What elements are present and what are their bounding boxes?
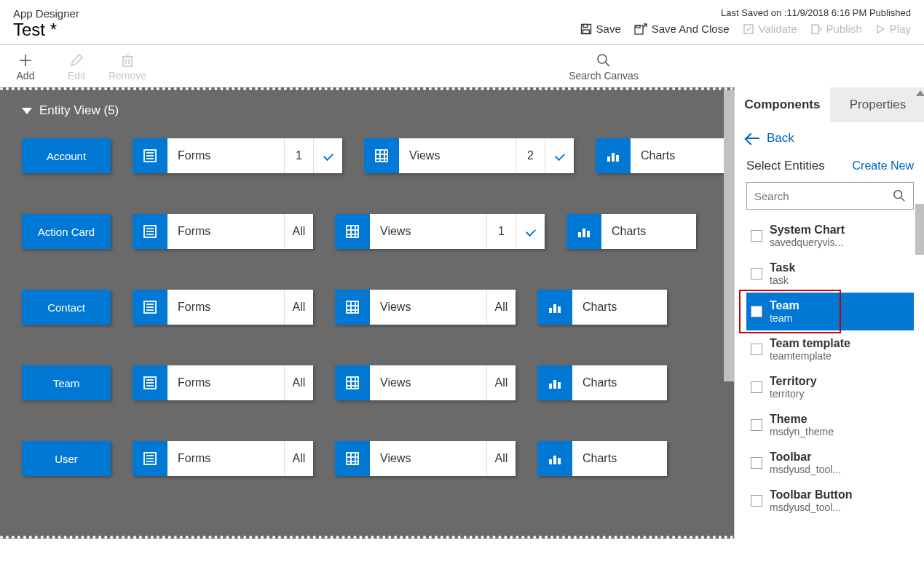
card-label: Views bbox=[370, 441, 486, 476]
card-count: All bbox=[486, 441, 516, 476]
entity-list-item[interactable]: Team template teamtemplate bbox=[746, 330, 914, 368]
checkbox[interactable] bbox=[751, 457, 762, 469]
entity-list-item[interactable]: Task task bbox=[746, 255, 914, 293]
entity-search-input[interactable] bbox=[754, 190, 893, 202]
entity-row: Team Forms All Views All Charts bbox=[22, 365, 725, 400]
save-and-close-button[interactable]: Save And Close bbox=[634, 23, 730, 35]
charts-icon bbox=[537, 290, 572, 325]
card-dropdown[interactable] bbox=[545, 138, 574, 173]
entity-subname: task bbox=[770, 274, 795, 287]
card-dropdown[interactable] bbox=[516, 214, 545, 249]
charts-icon bbox=[537, 441, 572, 476]
entity-subname: msdyusd_tool... bbox=[770, 501, 852, 514]
entity-subname: msdyusd_tool... bbox=[770, 464, 841, 476]
entity-list-item[interactable]: Territory territory bbox=[746, 368, 914, 406]
svg-rect-39 bbox=[587, 231, 590, 237]
entity-tile[interactable]: Action Card bbox=[22, 214, 111, 249]
entity-tile[interactable]: Contact bbox=[22, 290, 111, 325]
card-forms[interactable]: Forms All bbox=[133, 365, 313, 400]
entity-search-box[interactable] bbox=[746, 182, 914, 210]
publish-button[interactable]: Publish bbox=[810, 23, 862, 35]
toolbar: Add Edit Remove Search Canvas bbox=[0, 45, 924, 87]
entity-name: Territory bbox=[770, 374, 817, 388]
card-label: Views bbox=[370, 365, 486, 400]
checkbox[interactable] bbox=[751, 268, 762, 279]
entity-tile[interactable]: Team bbox=[22, 365, 111, 400]
card-charts[interactable]: Charts bbox=[537, 365, 667, 400]
forms-icon bbox=[133, 138, 167, 173]
edit-button[interactable]: Edit bbox=[51, 51, 102, 82]
card-charts[interactable]: Charts bbox=[537, 290, 667, 325]
play-button[interactable]: Play bbox=[875, 23, 911, 35]
validate-button[interactable]: Validate bbox=[743, 23, 797, 35]
canvas-area: Entity View (5) Account Forms 1 Views 2 … bbox=[0, 87, 734, 539]
card-label: Charts bbox=[572, 365, 667, 400]
add-button[interactable]: Add bbox=[0, 51, 51, 82]
card-charts[interactable]: Charts bbox=[566, 214, 696, 249]
publish-label: Publish bbox=[826, 23, 862, 35]
svg-rect-2 bbox=[583, 30, 589, 33]
card-views[interactable]: Views All bbox=[335, 441, 516, 476]
views-icon bbox=[335, 214, 370, 249]
entity-list-item[interactable]: ✔ Team team bbox=[746, 293, 914, 330]
card-dropdown[interactable] bbox=[313, 138, 342, 173]
svg-rect-56 bbox=[347, 377, 358, 389]
entity-list-item[interactable]: Toolbar Button msdyusd_tool... bbox=[746, 482, 914, 520]
svg-rect-9 bbox=[123, 57, 132, 66]
card-views[interactable]: Views 1 bbox=[335, 214, 545, 249]
card-forms[interactable]: Forms 1 bbox=[133, 138, 342, 173]
back-link[interactable]: Back bbox=[746, 131, 914, 146]
card-views[interactable]: Views All bbox=[335, 290, 516, 325]
checkbox[interactable] bbox=[751, 495, 762, 507]
card-forms[interactable]: Forms All bbox=[133, 441, 313, 476]
checkbox[interactable]: ✔ bbox=[751, 306, 762, 317]
create-new-link[interactable]: Create New bbox=[853, 159, 914, 172]
entity-tile[interactable]: Account bbox=[22, 138, 111, 173]
arrow-left-icon bbox=[746, 138, 759, 139]
entity-list-item[interactable]: Theme msdyn_theme bbox=[746, 406, 914, 444]
checkbox[interactable] bbox=[751, 381, 762, 393]
svg-rect-32 bbox=[347, 226, 358, 237]
card-forms[interactable]: Forms All bbox=[133, 290, 313, 325]
save-button[interactable]: Save bbox=[580, 23, 621, 35]
entity-list-item[interactable]: System Chart savedqueryvis... bbox=[746, 217, 914, 255]
entity-name: Theme bbox=[770, 412, 834, 426]
forms-icon bbox=[133, 365, 167, 400]
card-label: Views bbox=[399, 138, 516, 173]
remove-button[interactable]: Remove bbox=[102, 51, 153, 82]
save-label: Save bbox=[596, 23, 621, 35]
validate-label: Validate bbox=[759, 23, 797, 35]
card-label: Forms bbox=[167, 290, 284, 325]
svg-rect-27 bbox=[616, 155, 619, 162]
checkbox[interactable] bbox=[751, 344, 762, 355]
scrollbar-thumb[interactable] bbox=[915, 204, 924, 255]
card-count: 2 bbox=[516, 138, 545, 173]
entity-list-item[interactable]: Toolbar msdyusd_tool... bbox=[746, 444, 914, 482]
card-forms[interactable]: Forms All bbox=[133, 214, 313, 249]
svg-rect-1 bbox=[583, 24, 588, 27]
tab-properties[interactable]: Properties bbox=[830, 87, 924, 122]
side-scrollbar[interactable] bbox=[915, 87, 924, 539]
svg-rect-75 bbox=[558, 458, 561, 464]
card-label: Views bbox=[370, 290, 486, 325]
card-charts[interactable]: Charts bbox=[537, 441, 667, 476]
card-charts[interactable]: Charts bbox=[596, 138, 725, 173]
tab-components[interactable]: Components bbox=[735, 87, 830, 122]
forms-icon bbox=[133, 214, 167, 249]
card-count: All bbox=[486, 365, 516, 400]
checkbox[interactable] bbox=[751, 230, 762, 242]
plus-icon bbox=[18, 51, 33, 70]
entity-view-header[interactable]: Entity View (5) bbox=[22, 103, 725, 118]
checkbox[interactable] bbox=[751, 419, 762, 431]
entity-tile[interactable]: User bbox=[22, 441, 111, 476]
card-views[interactable]: Views 2 bbox=[364, 138, 574, 173]
card-label: Charts bbox=[631, 138, 725, 173]
entity-name: Team template bbox=[770, 336, 850, 350]
add-label: Add bbox=[17, 70, 35, 82]
card-views[interactable]: Views All bbox=[335, 365, 516, 400]
canvas-scrollbar[interactable] bbox=[724, 90, 734, 381]
search-canvas-button[interactable]: Search Canvas bbox=[531, 51, 676, 82]
entity-name: Toolbar Button bbox=[770, 488, 852, 501]
last-saved-status: Last Saved on :11/9/2018 6:16 PM Publish… bbox=[580, 7, 911, 18]
card-count: All bbox=[486, 290, 516, 325]
